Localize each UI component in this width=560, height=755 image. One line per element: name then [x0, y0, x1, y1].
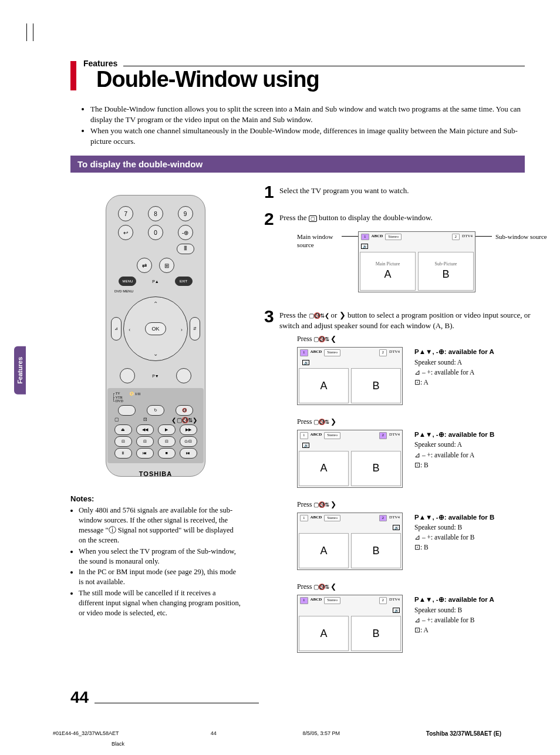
ch-chip: 1: [300, 349, 308, 356]
state-tv: 1 ABCD Stereo 2 DTV4 🔊 A B: [297, 595, 403, 652]
ffwd-icon: ▶▶: [180, 424, 197, 435]
state-info: P▲▼, -⊕: available for A Speaker sound: …: [414, 347, 494, 387]
info-line: P▲▼, -⊕: available for A: [414, 596, 494, 603]
state-tv: 1 ABCD Stereo 2 DTV4 🔊 A B: [297, 430, 403, 487]
pane-a: A: [384, 267, 391, 281]
notes-title: Notes:: [70, 494, 241, 503]
dw-nav-icon: ▢🔇⇅: [313, 501, 329, 508]
intro-bullets: The Double-Window function allows you to…: [82, 104, 525, 146]
footer-color: Black: [112, 741, 124, 747]
state-tv: 1 ABCD Stereo 2 DTV4 🔊 A B: [297, 347, 403, 405]
loop-icon: ↻: [147, 405, 164, 416]
pane-a: A: [320, 544, 327, 558]
info-line: ⊡: B: [414, 460, 494, 470]
record-icon: ⊙/⊟: [180, 436, 197, 447]
speaker-icon: 🔊: [361, 244, 368, 249]
state-info: P▲▼, -⊕: available for B Speaker sound: …: [414, 430, 494, 470]
step-text: Press the ▢ button to display the double…: [279, 210, 548, 298]
io-label: I/II: [136, 392, 141, 396]
nav-down-icon: ⌄: [153, 350, 158, 357]
text: Press the: [279, 311, 309, 319]
stop-icon: ■: [158, 448, 176, 459]
stereo-chip: Stereo: [324, 349, 340, 356]
press-label: Press: [297, 582, 312, 591]
section-rule: [123, 66, 525, 66]
arrow-icon: ❮: [330, 335, 336, 343]
stereo-chip: Stereo: [324, 597, 340, 604]
dw-nav-icon: ▢🔇⇅: [313, 584, 329, 590]
input-icon: -⊕: [178, 225, 193, 240]
info-line: ⊿ – +: available for B: [414, 532, 494, 542]
exit-button: EXIT: [175, 277, 193, 286]
speaker-icon: 🔊: [302, 360, 309, 365]
press-label: Press: [297, 500, 312, 508]
pane-a: A: [320, 379, 327, 393]
notes-block: Notes: Only 480i and 576i signals are av…: [70, 494, 241, 618]
dvd-label: DVD: [116, 399, 123, 403]
ch-button: ⇵: [190, 317, 200, 341]
rewind-icon: ◀◀: [136, 424, 154, 435]
ch-chip: 2: [379, 597, 387, 604]
info-line: ⊡: A: [414, 625, 494, 635]
pane-b: B: [372, 626, 379, 641]
nav-left-icon: ‹: [129, 326, 130, 332]
note-item: In the PC or BM input mode (see page 29)…: [79, 567, 241, 587]
dw-icon: ▢: [114, 417, 119, 423]
callout-line: [342, 236, 358, 237]
arrow-icon: ❯: [330, 417, 336, 426]
round-button: [176, 368, 191, 383]
ch-chip: 1: [300, 597, 308, 604]
speaker-icon: 🔊: [393, 525, 400, 530]
dw-nav-icon: ▢🔇⇅: [313, 336, 329, 342]
next-icon: ⏭: [180, 448, 197, 459]
vol-button: ⊿: [111, 317, 122, 341]
digit-0: 0: [148, 225, 163, 240]
footer: #01E44-46_32/37WL58AET Black 44 8/5/05, …: [53, 730, 501, 747]
speaker-icon: 🔊: [393, 608, 400, 613]
ch-chip: 2: [379, 349, 387, 356]
p-down-label: P▼: [152, 374, 159, 378]
return-icon: ↩: [118, 225, 133, 240]
note-item: When you select the TV program of the Su…: [79, 547, 241, 567]
tv-label: TV: [116, 392, 120, 395]
dw-nav-icons: ❮ ▢🔇⇅ ❯: [171, 417, 197, 423]
dtv-label: DTV4: [389, 597, 400, 604]
pip-icon: ⊞: [159, 258, 174, 273]
digit-8: 8: [148, 206, 163, 221]
dw-nav-left-icon: ▢🔇⇅ ❮: [309, 312, 329, 319]
vtr-label: VTR: [116, 396, 123, 399]
round-button: [120, 368, 135, 383]
page-number: 44: [70, 688, 89, 707]
ok-button: OK: [145, 322, 166, 335]
main-source-label: Main window source: [297, 231, 338, 250]
crop-marks: [23, 23, 36, 43]
side-tab-features: Features: [14, 346, 26, 395]
step-1: 1 Select the TV program you want to watc…: [264, 183, 548, 201]
pause-icon: ⏸: [114, 448, 132, 459]
info-line: Speaker sound: A: [414, 440, 494, 450]
remote-illustration: 7 8 9 ↩ 0 -⊕ ≣ ⇄ ⊞ MENU P▲ EXIT DVD MENU: [106, 195, 205, 477]
state-block: Press ▢🔇⇅ ❯ 1 ABCD Stereo 2 DTV4 🔊: [297, 500, 548, 571]
p-up-label: P▲: [152, 279, 159, 284]
main-picture-label: Main Picture: [376, 261, 400, 268]
step-number: 2: [264, 210, 279, 298]
intro-bullet: When you watch one channel simultaneousl…: [90, 126, 525, 146]
pane-b: B: [372, 461, 379, 475]
info-line: Speaker sound: B: [414, 605, 494, 615]
state-block: Press ▢🔇⇅ ❯ 1 ABCD Stereo 2 DTV4 🔊: [297, 417, 548, 488]
ch-chip: 1: [300, 515, 308, 521]
prev-icon: ⏮: [136, 448, 154, 459]
menu-button: MENU: [119, 277, 136, 286]
ch-chip: 1: [361, 234, 369, 240]
note-item: Only 480i and 576i signals are available…: [79, 505, 241, 545]
stereo-chip: Stereo: [385, 234, 402, 240]
still-icon: ⊡: [143, 417, 147, 423]
list-icon: ≣: [177, 244, 194, 254]
arrow-icon: ❯: [330, 500, 336, 508]
footer-doc-id: #01E44-46_32/37WL58AET: [53, 730, 119, 736]
state-info: P▲▼, -⊕: available for B Speaker sound: …: [414, 513, 494, 553]
step-2: 2 Press the ▢ button to display the doub…: [264, 210, 548, 298]
step-3: 3 Press the ▢🔇⇅ ❮ or ❯ button to select …: [264, 308, 548, 665]
arrow-icon: ❮: [330, 582, 336, 591]
note-item: The still mode will be cancelled if it r…: [79, 588, 241, 618]
